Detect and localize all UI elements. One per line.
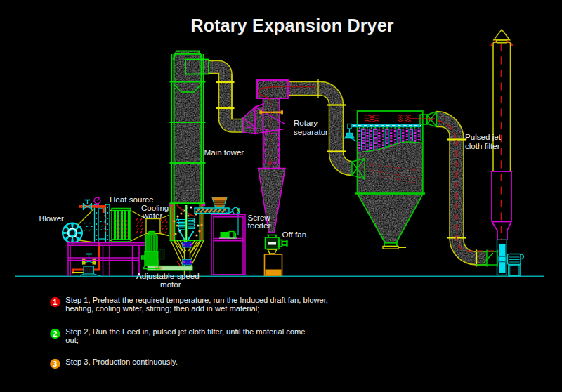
svg-text:Pulsed jet: Pulsed jet <box>465 132 502 141</box>
svg-text:water: water <box>142 211 162 220</box>
svg-text:Off fan: Off fan <box>282 230 307 239</box>
svg-text:Step 2, Run the Feed in, pulse: Step 2, Run the Feed in, pulsed jet clot… <box>65 327 305 336</box>
svg-text:cloth filter: cloth filter <box>465 141 500 150</box>
svg-text:motor: motor <box>160 280 181 289</box>
svg-text:Step 1, Preheat the required t: Step 1, Preheat the required temperature… <box>65 296 328 304</box>
svg-text:heating, cooling water, stirri: heating, cooling water, stirring; then a… <box>65 304 259 313</box>
svg-text:1: 1 <box>53 298 57 306</box>
svg-text:Rotary Expansion Dryer: Rotary Expansion Dryer <box>191 15 394 35</box>
svg-text:3: 3 <box>53 360 57 368</box>
svg-text:2: 2 <box>53 329 57 338</box>
svg-text:out;: out; <box>65 336 79 344</box>
svg-text:feeder: feeder <box>248 221 271 230</box>
svg-text:separator: separator <box>294 127 328 136</box>
svg-text:Main tower: Main tower <box>204 148 244 157</box>
svg-text:Blower: Blower <box>39 214 65 223</box>
svg-text:Rotary: Rotary <box>294 118 318 127</box>
svg-text:Step 3, Production continuousl: Step 3, Production continuously. <box>65 358 178 366</box>
